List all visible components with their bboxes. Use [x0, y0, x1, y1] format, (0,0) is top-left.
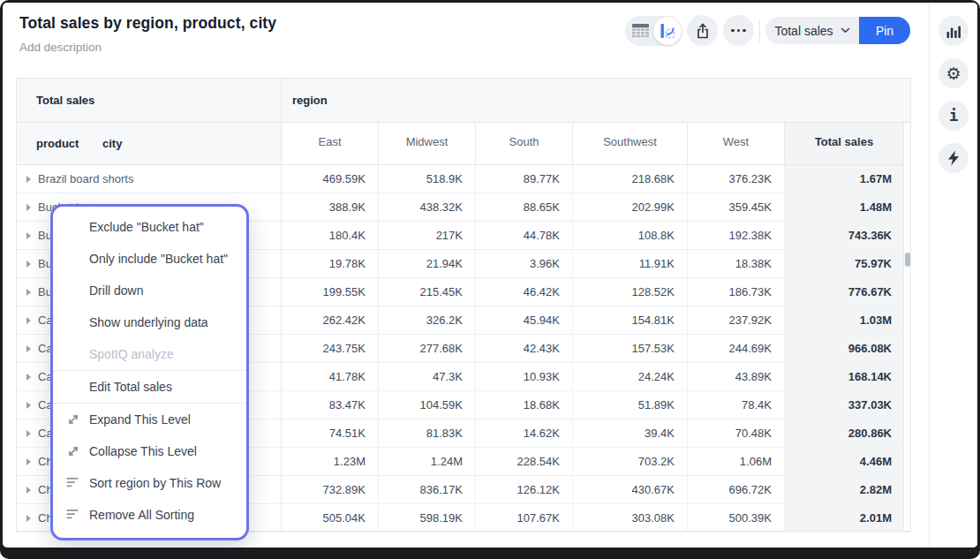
value-cell[interactable]: 1.06M [688, 448, 785, 475]
menu-item[interactable]: Collapse This Level [53, 435, 246, 467]
expand-row-icon[interactable] [26, 204, 31, 211]
value-cell[interactable]: 128.52K [573, 278, 688, 306]
value-cell[interactable]: 326.2K [379, 306, 476, 334]
more-options-button[interactable] [723, 15, 754, 46]
value-cell[interactable]: 438.32K [379, 193, 476, 221]
value-cell[interactable]: 1.23M [282, 448, 379, 475]
scrollbar-thumb[interactable] [905, 253, 910, 267]
expand-row-icon[interactable] [26, 458, 31, 465]
settings-button[interactable]: ⚙ [939, 58, 969, 88]
expand-row-icon[interactable] [26, 374, 31, 381]
pivot-view-button[interactable] [653, 17, 682, 45]
value-cell[interactable]: 46.42K [476, 278, 573, 306]
value-cell[interactable]: 10.93K [476, 363, 573, 390]
value-cell[interactable]: 45.94K [476, 306, 573, 334]
value-cell[interactable]: 430.67K [573, 476, 688, 503]
value-cell[interactable]: 696.72K [688, 476, 785, 503]
value-cell[interactable]: 732.89K [282, 476, 379, 503]
total-value-cell[interactable]: 1.48M [785, 193, 904, 221]
value-cell[interactable]: 376.23K [688, 165, 785, 193]
measure-dropdown[interactable]: Total sales [765, 17, 859, 44]
value-cell[interactable]: 83.47K [282, 391, 379, 419]
total-value-cell[interactable]: 966.08K [785, 335, 904, 362]
value-cell[interactable]: 89.77K [476, 165, 573, 193]
expand-row-icon[interactable] [26, 317, 31, 324]
value-cell[interactable]: 81.83K [379, 419, 476, 447]
details-button[interactable]: i [939, 101, 969, 131]
change-visualization-button[interactable] [939, 16, 969, 46]
value-cell[interactable]: 243.75K [282, 335, 379, 362]
value-cell[interactable]: 42.43K [476, 335, 573, 362]
value-cell[interactable]: 598.19K [379, 504, 476, 532]
value-cell[interactable]: 3.96K [476, 250, 573, 277]
table-view-icon[interactable] [632, 24, 649, 42]
value-cell[interactable]: 19.78K [282, 250, 379, 277]
value-cell[interactable]: 43.89K [688, 363, 785, 390]
value-cell[interactable]: 18.38K [688, 250, 785, 277]
value-cell[interactable]: 218.68K [573, 165, 688, 193]
value-cell[interactable]: 186.73K [688, 278, 785, 306]
expand-row-icon[interactable] [26, 515, 31, 522]
value-cell[interactable]: 41.78K [282, 363, 379, 390]
total-value-cell[interactable]: 2.01M [785, 504, 904, 532]
value-cell[interactable]: 244.69K [688, 335, 785, 362]
expand-row-icon[interactable] [26, 261, 31, 268]
expand-row-icon[interactable] [26, 176, 31, 183]
column-group-header[interactable]: region [282, 79, 910, 122]
menu-item[interactable]: Show underlying data [53, 306, 246, 338]
value-cell[interactable]: 24.24K [573, 363, 688, 390]
value-cell[interactable]: 78.4K [688, 391, 785, 419]
menu-item[interactable]: Sort region by This Row [53, 467, 246, 499]
expand-row-icon[interactable] [26, 345, 31, 352]
column-header[interactable]: South [476, 123, 573, 164]
value-cell[interactable]: 39.4K [573, 419, 688, 447]
value-cell[interactable]: 104.59K [379, 391, 476, 419]
vertical-scrollbar[interactable] [903, 123, 910, 531]
column-header[interactable]: Southwest [573, 123, 688, 164]
value-cell[interactable]: 154.81K [573, 306, 688, 334]
value-cell[interactable]: 215.45K [379, 278, 476, 306]
value-cell[interactable]: 11.91K [573, 250, 688, 277]
add-description-link[interactable]: Add description [19, 41, 102, 54]
total-value-cell[interactable]: 4.46M [785, 448, 904, 475]
value-cell[interactable]: 228.54K [476, 448, 573, 475]
product-header[interactable]: product [36, 137, 79, 150]
city-header[interactable]: city [102, 137, 122, 150]
value-cell[interactable]: 126.12K [476, 476, 573, 503]
value-cell[interactable]: 107.67K [476, 504, 573, 532]
value-cell[interactable]: 51.89K [573, 391, 688, 419]
corner-header[interactable]: Total sales [17, 79, 282, 122]
value-cell[interactable]: 44.78K [476, 222, 573, 249]
menu-item[interactable]: Drill down [53, 275, 246, 306]
value-cell[interactable]: 518.9K [379, 165, 476, 193]
value-cell[interactable]: 303.08K [573, 504, 688, 532]
value-cell[interactable]: 88.65K [476, 193, 573, 221]
value-cell[interactable]: 14.62K [476, 419, 573, 447]
value-cell[interactable]: 262.42K [282, 306, 379, 334]
expand-row-icon[interactable] [26, 232, 31, 239]
expand-row-icon[interactable] [26, 402, 31, 409]
total-value-cell[interactable]: 776.67K [785, 278, 904, 306]
menu-item[interactable]: Expand This Level [53, 404, 246, 435]
value-cell[interactable]: 180.4K [282, 222, 379, 249]
value-cell[interactable]: 157.53K [573, 335, 688, 362]
expand-row-icon[interactable] [26, 430, 31, 437]
value-cell[interactable]: 469.59K [282, 165, 379, 193]
column-header[interactable]: West [688, 123, 785, 164]
total-column-header[interactable]: Total sales [785, 123, 904, 164]
menu-item[interactable]: Remove All Sorting [53, 499, 246, 531]
total-value-cell[interactable]: 1.67M [785, 165, 904, 193]
total-value-cell[interactable]: 743.36K [785, 222, 904, 249]
menu-item[interactable]: Edit Total sales [53, 371, 246, 403]
value-cell[interactable]: 192.38K [688, 222, 785, 249]
total-value-cell[interactable]: 168.14K [785, 363, 904, 390]
total-value-cell[interactable]: 75.97K [785, 250, 904, 277]
value-cell[interactable]: 199.55K [282, 278, 379, 306]
value-cell[interactable]: 21.94K [379, 250, 476, 277]
total-value-cell[interactable]: 280.86K [785, 419, 904, 447]
expand-row-icon[interactable] [26, 289, 31, 296]
value-cell[interactable]: 237.92K [688, 306, 785, 334]
value-cell[interactable]: 277.68K [379, 335, 476, 362]
spotiq-button[interactable] [939, 143, 969, 173]
value-cell[interactable]: 18.68K [476, 391, 573, 419]
